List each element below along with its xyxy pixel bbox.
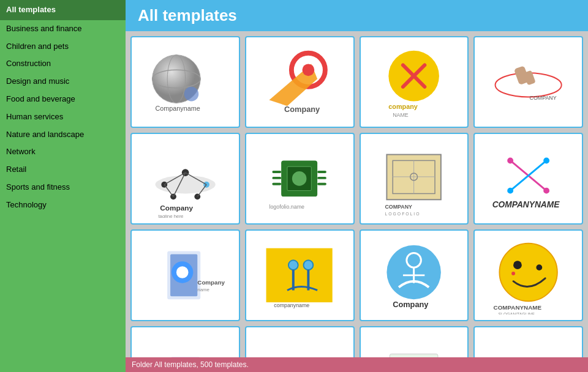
svg-point-3 (184, 87, 198, 102)
templates-grid: Companyname Company (130, 36, 583, 357)
svg-rect-37 (318, 171, 327, 173)
template-card-15[interactable] (360, 326, 469, 357)
svg-point-58 (176, 266, 189, 278)
main-container: All templates Business and finance Child… (0, 0, 588, 372)
svg-rect-61 (266, 248, 333, 302)
content-area: All templates (126, 0, 588, 372)
svg-text:LOGOFOLIO: LOGOFOLIO (385, 212, 421, 216)
svg-text:COMPANYNAME: COMPANYNAME (494, 304, 542, 311)
template-card-6[interactable]: logofolio.name (245, 133, 355, 225)
svg-point-52 (543, 158, 549, 164)
svg-rect-39 (318, 183, 327, 185)
sidebar-item-food[interactable]: Food and beverage (0, 91, 126, 108)
sidebar: All templates Business and finance Child… (0, 0, 126, 372)
svg-point-74 (513, 261, 522, 269)
template-card-16[interactable] (473, 326, 583, 357)
svg-rect-38 (318, 177, 327, 179)
svg-text:companyname: companyname (274, 302, 310, 308)
templates-grid-wrapper[interactable]: Companyname Company (126, 31, 588, 357)
svg-text:Companyname: Companyname (155, 105, 200, 112)
svg-rect-16 (523, 70, 535, 86)
svg-text:COMPANY: COMPANY (385, 204, 413, 210)
sidebar-item-all-templates[interactable]: All templates (0, 0, 126, 20)
template-card-13[interactable] (130, 326, 240, 357)
svg-rect-79 (170, 357, 200, 357)
svg-point-7 (303, 64, 315, 76)
template-card-9[interactable]: Company name (130, 229, 240, 321)
template-card-4[interactable]: COMPANY (473, 36, 583, 128)
template-card-1[interactable]: Companyname (130, 36, 240, 128)
svg-point-62 (288, 260, 298, 270)
svg-point-63 (304, 260, 314, 270)
sidebar-item-sports[interactable]: Sports and fitness (0, 179, 126, 196)
sidebar-item-technology[interactable]: Technology (0, 196, 126, 214)
svg-rect-35 (273, 177, 282, 179)
svg-text:COMPANYNAME: COMPANYNAME (492, 200, 560, 209)
svg-rect-36 (273, 183, 282, 185)
svg-point-51 (543, 188, 549, 194)
svg-text:COMPANY: COMPANY (530, 95, 557, 101)
svg-point-75 (536, 264, 542, 270)
status-text: Folder All templates, 500 templates. (132, 360, 249, 369)
svg-point-33 (292, 171, 307, 186)
template-card-12[interactable]: COMPANYNAME SLOGAN/TAGLINE (473, 229, 583, 321)
svg-text:name: name (197, 288, 209, 293)
sidebar-item-retail[interactable]: Retail (0, 161, 126, 179)
svg-text:Company: Company (197, 279, 225, 286)
template-card-10[interactable]: companyname (245, 229, 355, 321)
sidebar-item-nature[interactable]: Nature and landscape (0, 126, 126, 144)
template-card-3[interactable]: company NAME (360, 36, 469, 128)
svg-point-76 (511, 272, 515, 275)
page-title: All templates (126, 0, 588, 31)
sidebar-item-design[interactable]: Design and music (0, 73, 126, 91)
svg-point-50 (507, 158, 513, 164)
svg-point-53 (507, 188, 513, 194)
status-bar: Folder All templates, 500 templates. (126, 357, 588, 372)
svg-text:Company: Company (393, 300, 429, 309)
svg-text:logofolio.name: logofolio.name (270, 204, 305, 210)
svg-text:tagline here: tagline here (158, 214, 184, 218)
svg-text:NAME: NAME (393, 112, 409, 118)
template-card-11[interactable]: Company (360, 229, 469, 321)
svg-text:Company: Company (285, 105, 321, 114)
template-card-7[interactable]: COMPANY LOGOFOLIO (360, 133, 469, 225)
template-card-8[interactable]: COMPANYNAME (473, 133, 583, 225)
template-card-14[interactable] (245, 326, 355, 357)
sidebar-item-network[interactable]: Network (0, 143, 126, 161)
sidebar-item-human[interactable]: Human services (0, 108, 126, 126)
template-card-5[interactable]: Company tagline here (130, 133, 240, 225)
svg-text:SLOGAN/TAGLINE: SLOGAN/TAGLINE (498, 312, 535, 314)
sidebar-item-construction[interactable]: Construction (0, 55, 126, 73)
template-card-2[interactable]: Company (245, 36, 355, 128)
svg-text:company: company (389, 103, 418, 110)
svg-rect-86 (390, 354, 439, 357)
svg-text:Company: Company (160, 204, 193, 212)
sidebar-item-children[interactable]: Children and pets (0, 38, 126, 56)
svg-rect-34 (273, 171, 282, 173)
sidebar-item-business[interactable]: Business and finance (0, 20, 126, 38)
